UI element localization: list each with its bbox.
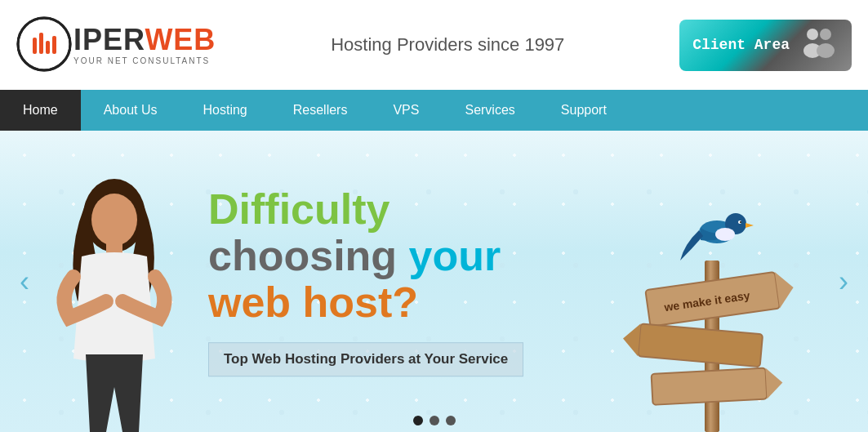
logo-web: WEB [145,23,216,56]
svg-point-27 [715,228,735,241]
woman-figure [41,171,188,432]
hero-section: ‹ Difficulty choosing your web host? [0,131,868,432]
sign-post-area: we make it easy [623,154,803,432]
people-icon [798,26,839,65]
hero-content: Difficulty choosing your web host? Top W… [208,186,523,377]
dot-3[interactable] [446,416,456,425]
tagline: Hosting Providers since 1997 [216,34,679,56]
svg-point-6 [807,29,818,40]
nav-item-home[interactable]: Home [0,90,81,131]
hero-subtitle: Top Web Hosting Providers at Your Servic… [224,351,508,367]
header: IPERWEB YOUR NET CONSULTANTS Hosting Pro… [0,0,868,90]
nav-bar: Home About Us Hosting Resellers VPS Serv… [0,90,868,131]
nav-item-services[interactable]: Services [442,90,537,131]
hero-your-text: your [409,232,501,279]
svg-rect-1 [33,38,37,54]
svg-point-5 [18,18,70,70]
svg-marker-19 [623,323,641,357]
dot-1[interactable] [413,416,423,425]
logo-text-area: IPERWEB YOUR NET CONSULTANTS [73,25,216,65]
nav-item-vps[interactable]: VPS [370,90,442,131]
nav-item-resellers[interactable]: Resellers [270,90,371,131]
logo-iper: IPER [73,23,145,56]
svg-point-8 [820,29,831,40]
carousel-dots [413,416,456,425]
svg-point-9 [817,43,835,58]
logo-sub: YOUR NET CONSULTANTS [73,56,216,65]
svg-marker-21 [765,367,783,399]
svg-rect-18 [638,323,763,367]
svg-rect-4 [52,36,56,54]
svg-point-11 [91,194,137,246]
client-area-button[interactable]: Client Area [679,20,852,71]
dot-2[interactable] [430,416,439,425]
prev-arrow[interactable]: ‹ [8,257,41,306]
hero-title-choosing: choosing your [208,233,523,279]
logo-icon [16,16,73,73]
hero-choosing-text: choosing [208,232,409,279]
svg-rect-2 [39,33,43,54]
logo-main: IPERWEB [73,25,216,55]
nav-item-support[interactable]: Support [538,90,630,131]
client-area-label: Client Area [692,37,790,53]
svg-point-26 [740,221,741,223]
next-arrow[interactable]: › [827,257,860,306]
hero-title-webhost: web host? [208,279,523,326]
hero-title-difficulty: Difficulty [208,186,523,233]
logo-area: IPERWEB YOUR NET CONSULTANTS [16,16,216,73]
hero-subtitle-box: Top Web Hosting Providers at Your Servic… [208,342,523,376]
svg-rect-20 [652,368,768,405]
nav-item-hosting[interactable]: Hosting [180,90,270,131]
svg-rect-3 [46,41,50,54]
svg-marker-24 [746,223,754,228]
nav-item-about[interactable]: About Us [81,90,180,131]
